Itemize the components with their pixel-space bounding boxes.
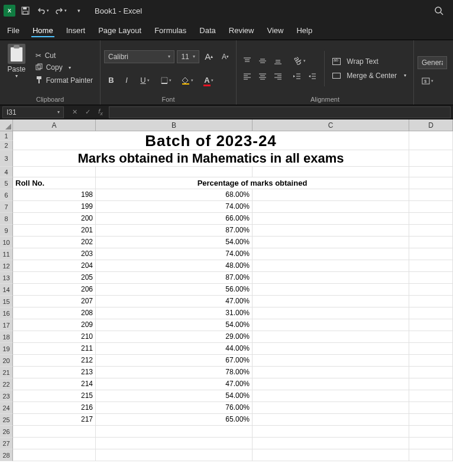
accounting-format-button[interactable]: $▾	[418, 74, 438, 88]
cell-B9[interactable]: 87.00%	[96, 225, 253, 237]
cell-C6[interactable]	[253, 189, 409, 201]
cell-C10[interactable]	[253, 237, 409, 248]
row-header-25[interactable]: 25	[0, 414, 13, 426]
tab-page-layout[interactable]: Page Layout	[97, 24, 143, 37]
row-header-12[interactable]: 12	[0, 260, 13, 272]
cell-D1[interactable]	[409, 131, 453, 150]
cell-B27[interactable]	[96, 438, 253, 449]
cell-A14[interactable]: 206	[13, 284, 96, 296]
border-button[interactable]: ▾	[156, 73, 176, 88]
decrease-indent-button[interactable]	[290, 69, 304, 83]
cell-B22[interactable]: 47.00%	[96, 378, 253, 390]
cell-C7[interactable]	[253, 201, 409, 213]
col-header-A[interactable]: A	[13, 119, 96, 131]
cell-B23[interactable]: 54.00%	[96, 390, 253, 402]
cell-A20[interactable]: 212	[13, 355, 96, 367]
shrink-font-button[interactable]: A▾	[218, 50, 232, 64]
cell-A21[interactable]: 213	[13, 367, 96, 378]
cell-C16[interactable]	[253, 307, 409, 319]
cell-D27[interactable]	[409, 438, 453, 449]
row-header-14[interactable]: 14	[0, 284, 13, 296]
row-header-9[interactable]: 9	[0, 225, 13, 237]
tab-file[interactable]: File	[6, 24, 21, 37]
tab-home[interactable]: Home	[31, 24, 54, 37]
row-header-18[interactable]: 18	[0, 331, 13, 343]
cell-C15[interactable]	[253, 296, 409, 307]
row-header-4[interactable]: 4	[0, 167, 13, 177]
paste-button[interactable]: Paste▾	[7, 64, 25, 80]
cell-C12[interactable]	[253, 260, 409, 272]
undo-button[interactable]: ▾	[35, 3, 51, 18]
header-roll[interactable]: Roll No.	[13, 177, 96, 189]
copy-button[interactable]: Copy▾	[32, 62, 96, 73]
cell-C26[interactable]	[253, 426, 409, 438]
font-name-combo[interactable]: Calibri▾	[104, 50, 174, 63]
cell-D3[interactable]	[409, 150, 453, 167]
row-header-22[interactable]: 22	[0, 378, 13, 390]
align-middle-button[interactable]	[255, 54, 270, 68]
row-header-20[interactable]: 20	[0, 355, 13, 367]
cell-D7[interactable]	[409, 201, 453, 213]
row-header-1[interactable]: 1	[0, 131, 13, 141]
cell-D4[interactable]	[409, 167, 453, 177]
cell-C19[interactable]	[253, 343, 409, 355]
cell-D22[interactable]	[409, 378, 453, 390]
cell-C4[interactable]	[253, 167, 409, 177]
tab-data[interactable]: Data	[198, 24, 216, 37]
font-color-button[interactable]: A▾	[199, 73, 219, 88]
cell-D15[interactable]	[409, 296, 453, 307]
row-header-3[interactable]: 3	[0, 150, 13, 167]
row-header-27[interactable]: 27	[0, 438, 13, 449]
row-header-8[interactable]: 8	[0, 213, 13, 225]
save-button[interactable]	[18, 3, 33, 18]
cell-D13[interactable]	[409, 272, 453, 284]
cell-C25[interactable]	[253, 414, 409, 426]
cell-B6[interactable]: 68.00%	[96, 189, 253, 201]
title-cell[interactable]: Batch of 2023-24	[13, 131, 409, 150]
cell-B11[interactable]: 74.00%	[96, 248, 253, 260]
tab-review[interactable]: Review	[228, 24, 255, 37]
cell-A28[interactable]	[13, 449, 96, 461]
header-percent[interactable]: Percentage of marks obtained	[96, 177, 409, 189]
cell-B25[interactable]: 65.00%	[96, 414, 253, 426]
cell-D16[interactable]	[409, 307, 453, 319]
cell-B12[interactable]: 48.00%	[96, 260, 253, 272]
cell-A18[interactable]: 210	[13, 331, 96, 343]
align-center-button[interactable]	[255, 69, 270, 83]
cell-A23[interactable]: 215	[13, 390, 96, 402]
cell-C17[interactable]	[253, 319, 409, 331]
row-header-15[interactable]: 15	[0, 296, 13, 307]
cell-D20[interactable]	[409, 355, 453, 367]
cell-D9[interactable]	[409, 225, 453, 237]
cell-D21[interactable]	[409, 367, 453, 378]
cell-A6[interactable]: 198	[13, 189, 96, 201]
cell-D11[interactable]	[409, 248, 453, 260]
cell-A24[interactable]: 216	[13, 402, 96, 414]
cell-B19[interactable]: 44.00%	[96, 343, 253, 355]
cell-C9[interactable]	[253, 225, 409, 237]
cell-B24[interactable]: 76.00%	[96, 402, 253, 414]
redo-button[interactable]: ▾	[53, 3, 69, 18]
cell-B21[interactable]: 78.00%	[96, 367, 253, 378]
cell-B7[interactable]: 74.00%	[96, 201, 253, 213]
cell-C27[interactable]	[253, 438, 409, 449]
cell-B14[interactable]: 56.00%	[96, 284, 253, 296]
row-header-21[interactable]: 21	[0, 367, 13, 378]
cell-A27[interactable]	[13, 438, 96, 449]
merge-center-button[interactable]: Merge & Center▾	[329, 70, 410, 81]
formula-bar[interactable]	[109, 106, 451, 118]
increase-indent-button[interactable]	[305, 69, 319, 83]
row-header-26[interactable]: 26	[0, 426, 13, 438]
number-format-combo[interactable]: General	[418, 56, 447, 69]
row-header-19[interactable]: 19	[0, 343, 13, 355]
cell-B8[interactable]: 66.00%	[96, 213, 253, 225]
cell-D6[interactable]	[409, 189, 453, 201]
col-header-B[interactable]: B	[96, 119, 253, 131]
cell-C11[interactable]	[253, 248, 409, 260]
cancel-formula-button[interactable]: ✕	[69, 106, 80, 118]
underline-button[interactable]: U▾	[135, 73, 155, 88]
cell-C28[interactable]	[253, 449, 409, 461]
cell-A22[interactable]: 214	[13, 378, 96, 390]
format-painter-button[interactable]: Format Painter	[32, 75, 96, 87]
row-header-13[interactable]: 13	[0, 272, 13, 284]
